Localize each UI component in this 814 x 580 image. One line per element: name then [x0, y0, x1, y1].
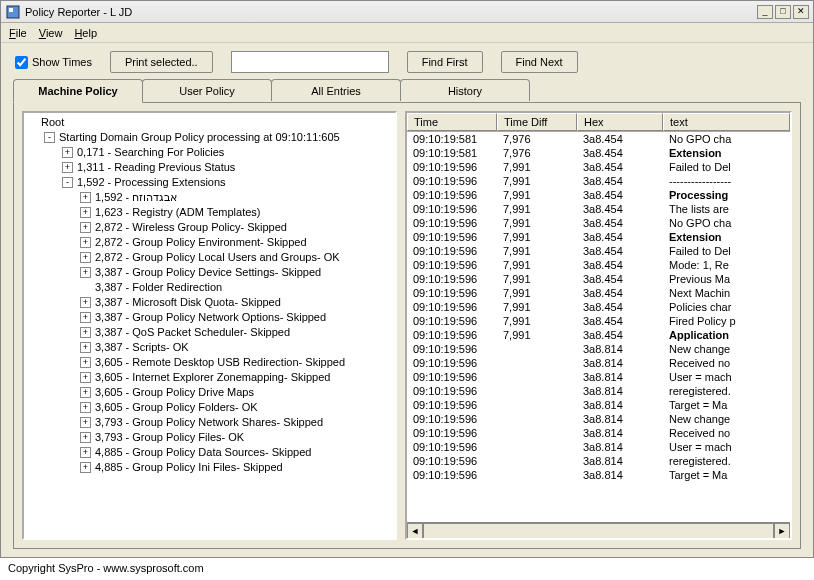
collapse-icon[interactable]: - — [44, 132, 55, 143]
list-row[interactable]: 09:10:19:5963a8.814Target = Ma — [407, 468, 790, 482]
list-row[interactable]: 09:10:19:5817,9763a8.454Extension — [407, 146, 790, 160]
tree-node[interactable]: +4,885 - Group Policy Ini Files- Skipped — [26, 460, 393, 475]
expand-icon[interactable]: + — [80, 252, 91, 263]
expand-icon[interactable]: + — [80, 207, 91, 218]
list-row[interactable]: 09:10:19:5963a8.814reregistered. — [407, 454, 790, 468]
col-text[interactable]: text — [663, 113, 790, 131]
list-row[interactable]: 09:10:19:5967,9913a8.454Failed to Del — [407, 160, 790, 174]
list-row[interactable]: 09:10:19:5963a8.814Received no — [407, 356, 790, 370]
show-times-checkbox[interactable]: Show Times — [15, 56, 92, 69]
list-row[interactable]: 09:10:19:5967,9913a8.454----------------… — [407, 174, 790, 188]
close-button[interactable]: ✕ — [793, 5, 809, 19]
tree-node[interactable]: Root — [26, 115, 393, 130]
menu-help[interactable]: Help — [74, 27, 97, 39]
list-row[interactable]: 09:10:19:5967,9913a8.454Fired Policy p — [407, 314, 790, 328]
expand-icon[interactable]: + — [80, 312, 91, 323]
tree-node[interactable]: +2,872 - Group Policy Local Users and Gr… — [26, 250, 393, 265]
list-row[interactable]: 09:10:19:5967,9913a8.454Policies char — [407, 300, 790, 314]
horizontal-scrollbar[interactable]: ◄ ► — [407, 522, 790, 538]
tree-node[interactable]: +3,387 - Group Policy Network Options- S… — [26, 310, 393, 325]
expand-icon[interactable]: + — [80, 372, 91, 383]
minimize-button[interactable]: _ — [757, 5, 773, 19]
scroll-left-icon[interactable]: ◄ — [407, 523, 423, 539]
expand-icon[interactable]: + — [80, 402, 91, 413]
tree-node[interactable]: +3,605 - Group Policy Drive Maps — [26, 385, 393, 400]
list-row[interactable]: 09:10:19:5967,9913a8.454Extension — [407, 230, 790, 244]
tree-node[interactable]: +3,387 - Group Policy Device Settings- S… — [26, 265, 393, 280]
expand-icon[interactable]: + — [62, 147, 73, 158]
expand-icon[interactable]: + — [80, 432, 91, 443]
tree-node[interactable]: +3,387 - Microsoft Disk Quota- Skipped — [26, 295, 393, 310]
expand-icon[interactable]: + — [80, 462, 91, 473]
list-row[interactable]: 09:10:19:5967,9913a8.454The lists are — [407, 202, 790, 216]
tree-node[interactable]: +3,387 - QoS Packet Scheduler- Skipped — [26, 325, 393, 340]
tree-node[interactable]: +3,605 - Internet Explorer Zonemapping- … — [26, 370, 393, 385]
expand-icon[interactable]: + — [80, 327, 91, 338]
cell-diff: 7,991 — [497, 272, 577, 286]
list-row[interactable]: 09:10:19:5963a8.814Received no — [407, 426, 790, 440]
cell-diff: 7,976 — [497, 146, 577, 160]
menu-view[interactable]: View — [39, 27, 63, 39]
expand-icon[interactable]: + — [62, 162, 73, 173]
maximize-button[interactable]: □ — [775, 5, 791, 19]
list-row[interactable]: 09:10:19:5963a8.814New change — [407, 342, 790, 356]
tree-node[interactable]: +1,623 - Registry (ADM Templates) — [26, 205, 393, 220]
tree-view[interactable]: Root-Starting Domain Group Policy proces… — [22, 111, 397, 540]
list-row[interactable]: 09:10:19:5963a8.814reregistered. — [407, 384, 790, 398]
tree-node[interactable]: +3,793 - Group Policy Files- OK — [26, 430, 393, 445]
scroll-track[interactable] — [423, 523, 774, 539]
list-row[interactable]: 09:10:19:5967,9913a8.454Mode: 1, Re — [407, 258, 790, 272]
tree-node[interactable]: +1,592 - אבגדהוזח — [26, 190, 393, 205]
scroll-right-icon[interactable]: ► — [774, 523, 790, 539]
tab-user-policy[interactable]: User Policy — [142, 79, 272, 101]
expand-icon[interactable]: + — [80, 222, 91, 233]
find-first-button[interactable]: Find First — [407, 51, 483, 73]
find-next-button[interactable]: Find Next — [501, 51, 578, 73]
list-row[interactable]: 09:10:19:5967,9913a8.454Previous Ma — [407, 272, 790, 286]
tree-node[interactable]: +2,872 - Wireless Group Policy- Skipped — [26, 220, 393, 235]
tree-node[interactable]: +3,605 - Remote Desktop USB Redirection-… — [26, 355, 393, 370]
expand-icon[interactable]: + — [80, 192, 91, 203]
list-row[interactable]: 09:10:19:5817,9763a8.454No GPO cha — [407, 132, 790, 146]
expand-icon[interactable]: + — [80, 447, 91, 458]
tree-node[interactable]: -1,592 - Processing Extensions — [26, 175, 393, 190]
list-row[interactable]: 09:10:19:5963a8.814Target = Ma — [407, 398, 790, 412]
expand-icon[interactable]: + — [80, 267, 91, 278]
expand-icon[interactable]: + — [80, 387, 91, 398]
expand-icon[interactable]: + — [80, 342, 91, 353]
tab-all-entries[interactable]: All Entries — [271, 79, 401, 101]
search-input[interactable] — [231, 51, 389, 73]
list-row[interactable]: 09:10:19:5963a8.814User = mach — [407, 370, 790, 384]
list-row[interactable]: 09:10:19:5963a8.814User = mach — [407, 440, 790, 454]
tree-node[interactable]: +2,872 - Group Policy Environment- Skipp… — [26, 235, 393, 250]
col-timediff[interactable]: Time Diff — [497, 113, 577, 131]
tree-node[interactable]: +4,885 - Group Policy Data Sources- Skip… — [26, 445, 393, 460]
col-hex[interactable]: Hex — [577, 113, 663, 131]
list-view[interactable]: Time Time Diff Hex text 09:10:19:5817,97… — [405, 111, 792, 540]
tree-node[interactable]: +1,311 - Reading Previous Status — [26, 160, 393, 175]
tab-history[interactable]: History — [400, 79, 530, 101]
list-row[interactable]: 09:10:19:5967,9913a8.454Processing — [407, 188, 790, 202]
expand-icon[interactable]: + — [80, 297, 91, 308]
tree-node[interactable]: 3,387 - Folder Redirection — [26, 280, 393, 295]
list-row[interactable]: 09:10:19:5967,9913a8.454No GPO cha — [407, 216, 790, 230]
list-row[interactable]: 09:10:19:5967,9913a8.454Application — [407, 328, 790, 342]
tree-node-label: 3,387 - Group Policy Device Settings- Sk… — [95, 265, 321, 280]
print-selected-button[interactable]: Print selected.. — [110, 51, 213, 73]
tree-node[interactable]: +0,171 - Searching For Policies — [26, 145, 393, 160]
tab-machine-policy[interactable]: Machine Policy — [13, 79, 143, 103]
collapse-icon[interactable]: - — [62, 177, 73, 188]
expand-icon[interactable]: + — [80, 357, 91, 368]
list-row[interactable]: 09:10:19:5963a8.814New change — [407, 412, 790, 426]
list-row[interactable]: 09:10:19:5967,9913a8.454Failed to Del — [407, 244, 790, 258]
list-row[interactable]: 09:10:19:5967,9913a8.454Next Machin — [407, 286, 790, 300]
expand-icon[interactable]: + — [80, 237, 91, 248]
expand-icon[interactable]: + — [80, 417, 91, 428]
tree-node[interactable]: +3,387 - Scripts- OK — [26, 340, 393, 355]
tree-node[interactable]: +3,605 - Group Policy Folders- OK — [26, 400, 393, 415]
show-times-input[interactable] — [15, 56, 28, 69]
tree-node[interactable]: +3,793 - Group Policy Network Shares- Sk… — [26, 415, 393, 430]
menu-file[interactable]: File — [9, 27, 27, 39]
col-time[interactable]: Time — [407, 113, 497, 131]
tree-node[interactable]: -Starting Domain Group Policy processing… — [26, 130, 393, 145]
